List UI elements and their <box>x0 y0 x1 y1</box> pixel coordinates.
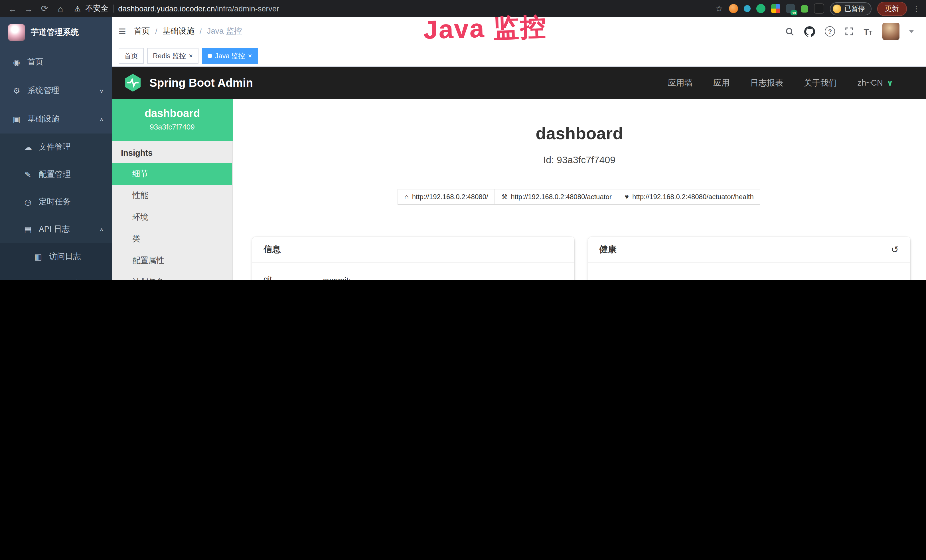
infrastructure-submenu: ☁ 文件管理 ✎ 配置管理 ◷ 定时任务 ▤ API 日志 ∧ <box>0 133 112 280</box>
sidebar-item-access-logs[interactable]: ▥ 访问日志 <box>0 243 112 271</box>
chrome-update-button[interactable]: 更新 <box>877 2 906 16</box>
fullscreen-icon[interactable] <box>845 27 854 36</box>
sidebar-item-label: 文件管理 <box>39 142 71 152</box>
sba-insights-label: Insights <box>112 141 232 163</box>
extension-dark-on-icon[interactable]: on <box>786 4 795 13</box>
sba-menu-environment[interactable]: 环境 <box>112 207 232 228</box>
cards-grid: 信息 git commit: time: 1596289704000 id: 2… <box>233 237 926 280</box>
sidebar-item-api-logs[interactable]: ▤ API 日志 ∧ <box>0 216 112 243</box>
help-icon[interactable]: ? <box>825 26 835 36</box>
sba-nav-wallboard[interactable]: 应用墙 <box>667 77 692 88</box>
browser-back-icon[interactable]: ← <box>6 4 20 14</box>
info-card-body: git commit: time: 1596289704000 id: 27aa… <box>252 263 574 280</box>
url-host[interactable]: dashboard.yudao.iocoder.cn <box>118 4 215 13</box>
service-url-link[interactable]: ⌂ http://192.168.0.2:48080/ <box>398 189 495 205</box>
app-logo <box>8 24 25 41</box>
sidebar-item-system-mgmt[interactable]: ⚙ 系统管理 ∨ <box>0 76 112 105</box>
tab-java-monitor[interactable]: Java 监控 × <box>202 48 257 64</box>
chevron-up-icon: ∧ <box>99 117 104 123</box>
sba-header: Spring Boot Admin 应用墙 应用 日志报表 关于我们 zh~CN… <box>112 67 926 99</box>
info-card-title: 信息 <box>252 237 574 263</box>
extension-drop-icon[interactable] <box>743 5 750 12</box>
topbar-icons: ? TT <box>785 23 914 40</box>
tab-label: 首页 <box>124 51 138 61</box>
instance-links: ⌂ http://192.168.0.2:48080/ ⚒ http://192… <box>233 189 926 205</box>
breadcrumb-current: Java 监控 <box>207 26 242 36</box>
document-icon: ▥ <box>33 252 43 261</box>
sba-main: dashboard Id: 93a3fc7f7409 ⌂ http://192.… <box>233 99 926 280</box>
extension-leaf-icon[interactable] <box>800 5 808 12</box>
health-instance-row: Instance UP <box>599 273 899 280</box>
sidebar-item-label: 定时任务 <box>39 197 71 207</box>
log-icon: ▤ <box>23 225 33 234</box>
extension-puzzle-icon[interactable] <box>814 3 824 14</box>
chevron-up-icon: ∧ <box>99 227 104 233</box>
sidebar-item-infrastructure[interactable]: ▣ 基础设施 ∧ <box>0 105 112 133</box>
browser-menu-icon[interactable]: ⋮ <box>912 4 920 13</box>
security-label[interactable]: 不安全 <box>85 3 108 14</box>
sba-nav-applications[interactable]: 应用 <box>713 77 729 88</box>
cloud-icon: ☁ <box>23 143 33 152</box>
sba-menu-metrics[interactable]: 性能 <box>112 185 232 207</box>
sidebar-item-home[interactable]: ◉ 首页 <box>0 48 112 76</box>
sidebar-item-file-mgmt[interactable]: ☁ 文件管理 <box>0 133 112 161</box>
sba-instance-id: 93a3fc7f7409 <box>117 123 228 131</box>
paused-label: 已暂停 <box>844 4 865 14</box>
main-column: ≡ 首页 / 基础设施 / Java 监控 ? TT <box>112 17 926 280</box>
chevron-down-icon: ∨ <box>887 79 893 87</box>
link-label: http://192.168.0.2:48080/actuator/health <box>632 193 754 201</box>
tab-redis-monitor[interactable]: Redis 监控 × <box>147 48 198 64</box>
history-icon[interactable]: ↺ <box>891 244 899 255</box>
url-path[interactable]: /infra/admin-server <box>215 4 279 13</box>
actuator-url-link[interactable]: ⚒ http://192.168.0.2:48080/actuator <box>495 189 619 205</box>
tab-close-icon[interactable]: × <box>248 52 252 60</box>
extension-grid-icon[interactable] <box>771 4 780 13</box>
sba-instance-header[interactable]: dashboard 93a3fc7f7409 <box>112 99 233 141</box>
user-avatar[interactable] <box>882 23 899 40</box>
sba-instance-name: dashboard <box>117 107 228 120</box>
avatar-caret-icon[interactable] <box>909 30 914 33</box>
sba-body: dashboard 93a3fc7f7409 Insights 细节 性能 环境… <box>112 99 926 280</box>
sba-menu-config-props[interactable]: 配置属性 <box>112 250 232 272</box>
sba-menu-classes[interactable]: 类 <box>112 228 232 250</box>
sidebar-item-error-logs[interactable]: ▥ 错误日志 <box>0 271 112 280</box>
font-size-icon[interactable]: TT <box>864 27 872 36</box>
sba-menu-scheduled-tasks[interactable]: 计划任务 <box>112 272 232 280</box>
browser-reload-icon[interactable]: ⟳ <box>38 3 51 14</box>
sba-locale-select[interactable]: zh~CN ∨ <box>857 78 893 87</box>
link-label: http://192.168.0.2:48080/ <box>412 193 488 201</box>
sba-nav-journal[interactable]: 日志报表 <box>750 77 783 88</box>
infrastructure-icon: ▣ <box>11 115 22 124</box>
breadcrumb-infrastructure[interactable]: 基础设施 <box>162 26 194 36</box>
home-dashboard-icon: ◉ <box>11 58 22 67</box>
sidebar-item-scheduled-tasks[interactable]: ◷ 定时任务 <box>0 188 112 216</box>
heart-pulse-icon: ♥ <box>625 193 629 201</box>
on-badge: on <box>790 10 797 15</box>
search-icon[interactable] <box>785 27 794 36</box>
hamburger-icon[interactable]: ≡ <box>119 24 126 39</box>
bookmark-star-icon[interactable]: ☆ <box>715 3 723 14</box>
edit-icon: ✎ <box>23 170 33 179</box>
paused-badge[interactable]: 已暂停 <box>830 2 871 15</box>
extension-green-circle-icon[interactable] <box>756 4 765 13</box>
locale-label: zh~CN <box>857 78 883 87</box>
extension-fox-icon[interactable] <box>729 4 738 13</box>
browser-home-icon[interactable]: ⌂ <box>54 4 67 14</box>
github-icon[interactable] <box>804 26 815 37</box>
sba-nav-about[interactable]: 关于我们 <box>803 77 837 88</box>
app-logo-row[interactable]: 芋道管理系统 <box>0 17 112 48</box>
browser-forward-icon[interactable]: → <box>22 4 35 14</box>
security-warning-icon: ⚠ <box>74 4 81 13</box>
tab-home[interactable]: 首页 <box>119 48 144 64</box>
address-bar[interactable]: ⚠ 不安全 dashboard.yudao.iocoder.cn/infra/a… <box>74 3 279 14</box>
sba-nav: 应用墙 应用 日志报表 关于我们 zh~CN ∨ <box>667 77 893 88</box>
sba-brand-title[interactable]: Spring Boot Admin <box>150 76 253 89</box>
browser-toolbar-right: ☆ on 已暂停 更新 ⋮ <box>715 2 920 16</box>
sba-menu-details[interactable]: 细节 <box>112 163 232 185</box>
tab-label: Redis 监控 <box>153 51 186 61</box>
sidebar-item-label: 系统管理 <box>27 86 59 96</box>
breadcrumb-home[interactable]: 首页 <box>134 26 150 36</box>
sidebar-item-config-mgmt[interactable]: ✎ 配置管理 <box>0 161 112 188</box>
tab-close-icon[interactable]: × <box>189 52 193 60</box>
health-url-link[interactable]: ♥ http://192.168.0.2:48080/actuator/heal… <box>618 189 761 205</box>
